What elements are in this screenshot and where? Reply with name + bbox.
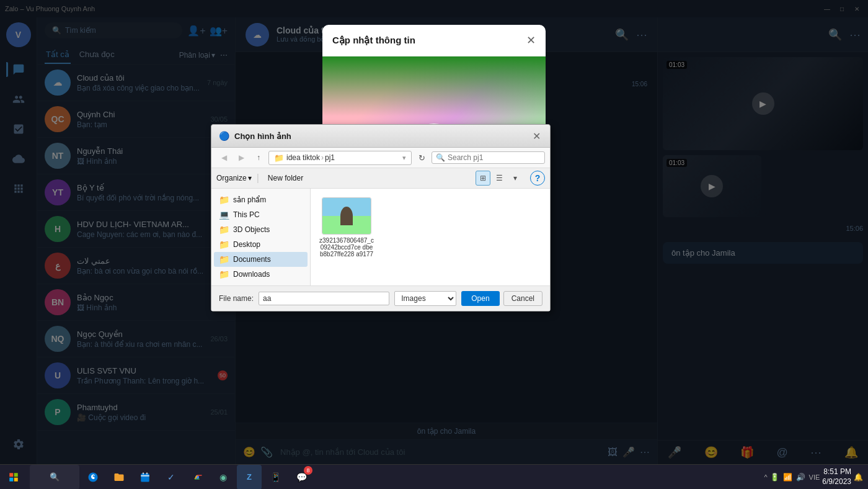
folder-desktop-icon: 📁	[219, 240, 229, 249]
search-area: 🔍	[432, 151, 545, 164]
file-cancel-btn[interactable]: Cancel	[503, 291, 542, 306]
lang-indicator: VIE	[809, 473, 820, 481]
file-dialog-title: 🔵 Chọn hình ảnh ✕	[211, 125, 550, 148]
view-btns: ⊞ ☰ ▾	[476, 171, 523, 186]
sidebar-item-sanpham-label: sản phẩm	[233, 195, 266, 204]
forward-btn[interactable]: ▶	[234, 150, 249, 165]
clock-date: 6/9/2023	[822, 477, 851, 487]
new-folder-btn[interactable]: New folder	[264, 173, 307, 184]
file-main: z3921367806487_c09242bccd7ce dbeb8b27ffe…	[311, 189, 550, 285]
organize-chevron: ▾	[248, 174, 252, 182]
svg-rect-5	[141, 475, 149, 477]
file-dialog-nav: ◀ ▶ ↑ 📁 idea tiktok › pj1 ▾ ↻ 🔍	[211, 148, 550, 168]
taskbar-badge: 8	[304, 466, 312, 475]
path-bar: 📁 idea tiktok › pj1 ▾	[268, 151, 412, 165]
file-dialog-toolbar: Organize ▾ | New folder ⊞ ☰ ▾ ?	[211, 168, 550, 189]
battery-icon: 🔋	[770, 473, 779, 482]
folder-downloads-icon: 📁	[219, 269, 229, 279]
path-dropdown-icon[interactable]: ▾	[402, 154, 406, 162]
sidebar-item-documents-label: Documents	[233, 255, 271, 264]
profile-modal-close-btn[interactable]: ✕	[526, 34, 536, 47]
taskbar-icons: 🔍 ✓ ◉ Z 📱	[27, 465, 316, 490]
file-thumb-1	[322, 197, 371, 235]
file-dialog: 🔵 Chọn hình ảnh ✕ ◀ ▶ ↑ 📁 idea tiktok › …	[211, 124, 551, 312]
sidebar-item-downloads[interactable]: 📁 Downloads	[214, 267, 308, 282]
file-dialog-footer: File name: Images All Files Open Cancel	[211, 285, 550, 311]
profile-modal-title: Cập nhật thông tin	[332, 35, 415, 46]
svg-rect-4	[141, 473, 149, 482]
taskbar: 🔍 ✓ ◉ Z 📱	[0, 464, 868, 489]
profile-modal-header: Cập nhật thông tin ✕	[322, 25, 546, 56]
path-root[interactable]: idea tiktok	[286, 153, 320, 162]
file-name-1: z3921367806487_c09242bccd7ce dbeb8b27ffe…	[319, 237, 374, 258]
file-footer-btns: Open Cancel	[461, 291, 542, 306]
file-open-btn[interactable]: Open	[461, 291, 499, 306]
sidebar-item-documents[interactable]: 📁 Documents	[214, 252, 308, 267]
taskbar-calendar-btn[interactable]	[133, 465, 157, 490]
taskbar-phone-btn[interactable]: 📱	[263, 465, 288, 490]
svg-rect-3	[14, 477, 18, 481]
sidebar-item-desktop-label: Desktop	[233, 240, 260, 249]
svg-rect-0	[9, 473, 13, 477]
search-input[interactable]	[448, 153, 541, 162]
taskbar-tray-icons: 🔋 📶 🔊 VIE	[770, 473, 820, 482]
svg-rect-2	[9, 477, 13, 481]
file-dialog-title-text: Chọn hình ảnh	[234, 132, 525, 141]
back-btn[interactable]: ◀	[216, 150, 231, 165]
file-sidebar: 📁 sản phẩm 💻 This PC 📁 3D Objects 📁 Desk…	[211, 189, 311, 285]
sidebar-item-sanpham[interactable]: 📁 sản phẩm	[214, 192, 308, 207]
sidebar-item-3dobjects[interactable]: 📁 3D Objects	[214, 222, 308, 237]
folder-documents-icon: 📁	[219, 254, 229, 264]
svg-rect-1	[14, 473, 18, 477]
folder-3d-icon: 📁	[219, 225, 229, 235]
help-btn[interactable]: ?	[530, 171, 545, 186]
taskbar-explorer-btn[interactable]	[107, 465, 131, 490]
file-type-select[interactable]: Images All Files	[394, 291, 456, 306]
file-item-1[interactable]: z3921367806487_c09242bccd7ce dbeb8b27ffe…	[316, 194, 378, 261]
file-image-preview	[322, 198, 371, 234]
refresh-btn[interactable]: ↻	[414, 150, 429, 165]
up-btn[interactable]: ↑	[251, 150, 266, 165]
sidebar-item-3d-label: 3D Objects	[233, 225, 270, 234]
zalo-dialog-icon: 🔵	[219, 131, 229, 141]
folder-icon: 📁	[274, 153, 284, 163]
details-btn[interactable]: ☰	[492, 171, 507, 186]
tray-expand-icon[interactable]: ^	[764, 473, 767, 481]
taskbar-time[interactable]: 8:51 PM 6/9/2023	[822, 467, 851, 487]
taskbar-search[interactable]: 🔍	[30, 465, 79, 490]
more-views-btn[interactable]: ▾	[508, 171, 523, 186]
notification-center-icon[interactable]: 🔔	[854, 473, 863, 482]
file-name-label: File name:	[219, 294, 254, 303]
taskbar-icon-wrap-1	[81, 465, 105, 490]
volume-icon: 🔊	[796, 473, 805, 482]
taskbar-whatsapp-wrap: 💬 8	[289, 465, 314, 490]
path-sub[interactable]: pj1	[325, 153, 335, 162]
file-dialog-close-btn[interactable]: ✕	[530, 130, 542, 142]
sidebar-item-thispc[interactable]: 💻 This PC	[214, 207, 308, 222]
organize-btn[interactable]: Organize ▾	[216, 174, 252, 182]
pc-icon: 💻	[219, 210, 229, 220]
taskbar-zalo-btn[interactable]: Z	[237, 465, 262, 490]
start-btn[interactable]	[0, 465, 27, 490]
taskbar-todo-btn[interactable]: ✓	[159, 465, 184, 490]
taskbar-zalo-wrap: Z	[237, 465, 262, 490]
taskbar-edge-btn[interactable]	[81, 465, 105, 490]
toolbar-separator: |	[257, 173, 259, 184]
path-separator: ›	[321, 153, 324, 162]
wifi-icon: 📶	[783, 473, 792, 482]
sidebar-item-desktop[interactable]: 📁 Desktop	[214, 237, 308, 252]
taskbar-tray: ^ 🔋 📶 🔊 VIE 8:51 PM 6/9/2023 🔔	[759, 467, 868, 487]
taskbar-app-icon[interactable]: ◉	[211, 465, 236, 490]
sidebar-item-thispc-label: This PC	[233, 210, 260, 219]
file-dialog-body: 📁 sản phẩm 💻 This PC 📁 3D Objects 📁 Desk…	[211, 189, 550, 285]
large-icons-btn[interactable]: ⊞	[476, 171, 490, 186]
search-area-icon: 🔍	[436, 153, 445, 162]
sidebar-item-downloads-label: Downloads	[233, 270, 270, 279]
file-name-input[interactable]	[259, 292, 389, 305]
clock-time: 8:51 PM	[822, 467, 851, 477]
folder-sanpham-icon: 📁	[219, 195, 229, 205]
organize-label: Organize	[216, 174, 247, 182]
path-breadcrumb: idea tiktok › pj1	[286, 153, 335, 162]
taskbar-icon-wrap-chrome	[185, 465, 210, 490]
taskbar-chrome-btn[interactable]	[185, 465, 210, 490]
